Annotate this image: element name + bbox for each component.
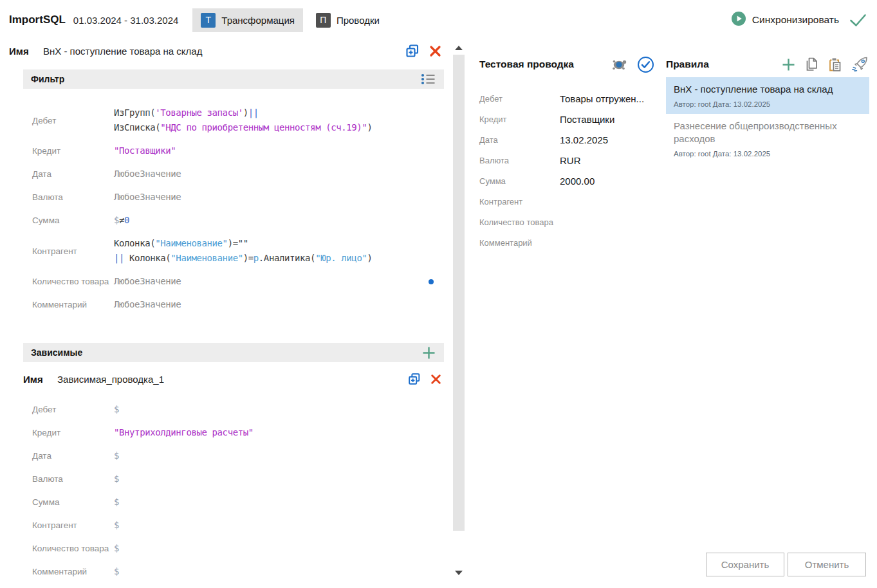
dependent-name-input[interactable]: Зависимая_проводка_1	[57, 374, 407, 385]
field-value[interactable]: $	[114, 564, 119, 579]
add-rule-icon[interactable]	[781, 57, 796, 72]
field-value[interactable]: ЛюбоеЗначение	[114, 274, 181, 289]
field-value[interactable]: $≠0	[114, 213, 129, 228]
tab-postings[interactable]: П Проводки	[308, 8, 388, 32]
filter-title: Фильтр	[31, 74, 420, 84]
test-field-row: Дебет Товары отгружен...	[479, 91, 654, 106]
filter-field-row: Контрагент Колонка("Наименование")=""|| …	[32, 236, 444, 266]
field-value[interactable]: $	[114, 495, 119, 510]
field-value[interactable]: ЛюбоеЗначение	[114, 167, 181, 181]
test-field-row: Валюта RUR	[479, 153, 654, 167]
filter-section: Фильтр Дебет ИзГрупп('Товарные запасы')|…	[23, 69, 444, 579]
field-value[interactable]: ЛюбоеЗначение	[114, 190, 181, 205]
field-label: Сумма	[32, 216, 114, 225]
dependent-name-actions	[407, 372, 444, 386]
field-value[interactable]: $	[114, 448, 119, 463]
field-label: Дата	[32, 451, 114, 461]
modified-marker-dot	[429, 279, 434, 284]
filter-field-row: Комментарий ЛюбоеЗначение	[32, 297, 444, 312]
field-value[interactable]: Колонка("Наименование")=""|| Колонка("На…	[114, 236, 372, 266]
scroll-down-icon[interactable]	[455, 571, 463, 575]
field-label: Контрагент	[32, 246, 114, 256]
field-value[interactable]: Товары отгружен...	[560, 93, 644, 104]
copy-icon[interactable]	[804, 57, 819, 72]
field-label: Количество товара	[479, 217, 560, 227]
rule-item-meta: Автор: root Дата: 13.02.2025	[674, 150, 862, 158]
delete-rule-icon[interactable]	[429, 45, 441, 57]
app-title: ImportSQL	[9, 14, 66, 26]
synchronize-button[interactable]: Синхронизировать	[731, 11, 839, 29]
footer-actions: Сохранить Отменить	[706, 553, 866, 576]
field-label: Валюта	[32, 474, 114, 484]
rules-header: Правила	[666, 55, 869, 73]
rule-name-label: Имя	[9, 46, 43, 57]
filter-fields: Дебет ИзГрупп('Товарные запасы')||ИзСпис…	[23, 89, 444, 312]
field-value[interactable]: 13.02.2025	[560, 134, 608, 145]
rule-editor-panel: Имя ВнХ - поступление товара на склад Фи…	[9, 40, 444, 587]
field-label: Кредит	[479, 115, 560, 124]
apply-checkmark-icon[interactable]	[849, 14, 867, 27]
field-value[interactable]: "Внутрихолдинговые расчеты"	[114, 425, 254, 440]
main-tabs: Т Трансформация П Проводки	[192, 8, 388, 32]
turtle-icon[interactable]	[611, 57, 629, 72]
duplicate-icon[interactable]	[407, 372, 421, 386]
field-value[interactable]: $	[114, 472, 119, 486]
test-field-row: Кредит Поставщики	[479, 112, 654, 126]
rocket-icon[interactable]	[851, 56, 869, 73]
tab-postings-label: Проводки	[337, 15, 380, 26]
field-value[interactable]: "Поставщики"	[114, 143, 176, 158]
field-value[interactable]: $	[114, 541, 119, 556]
dependent-field-row: Сумма $	[32, 495, 444, 510]
test-field-row: Комментарий	[479, 235, 654, 250]
dependents-section-header: Зависимые	[23, 343, 444, 362]
dependent-field-row: Дебет $	[32, 402, 444, 417]
save-button[interactable]: Сохранить	[706, 553, 784, 576]
delete-dependent-icon[interactable]	[430, 374, 441, 385]
field-label: Дата	[32, 169, 114, 179]
cancel-button[interactable]: Отменить	[788, 553, 866, 576]
dependents-title: Зависимые	[31, 347, 421, 358]
period-selector[interactable]: 01.03.2024 - 31.03.2024	[73, 15, 178, 26]
test-transaction-panel: Тестовая проводка Дебет Товары отгружен.…	[479, 55, 654, 256]
add-dependent-icon[interactable]	[421, 345, 436, 360]
dependent-field-row: Количество товара $	[32, 541, 444, 556]
test-field-row: Контрагент	[479, 194, 654, 208]
rule-list-item[interactable]: Разнесение общепроизводственных расходов…	[666, 114, 869, 163]
tab-transformation[interactable]: Т Трансформация	[192, 8, 303, 32]
vertical-scrollbar[interactable]	[452, 40, 466, 588]
topbar-actions: Синхронизировать	[731, 11, 867, 29]
field-label: Валюта	[32, 192, 114, 202]
test-field-row: Сумма 2000.00	[479, 174, 654, 188]
field-value[interactable]: ЛюбоеЗначение	[114, 297, 181, 312]
field-value[interactable]: $	[114, 518, 119, 533]
field-value[interactable]: Поставщики	[560, 114, 614, 125]
rule-name-row: Имя ВнХ - поступление товара на склад	[9, 40, 444, 62]
filter-field-row: Количество товара ЛюбоеЗначение	[32, 274, 444, 289]
dependent-fields: Дебет $ Кредит "Внутрихолдинговые расчет…	[23, 389, 444, 579]
transformation-tab-icon: Т	[201, 13, 216, 28]
paste-icon[interactable]	[827, 57, 842, 73]
rule-name-input[interactable]: ВнХ - поступление товара на склад	[43, 46, 405, 57]
check-circle-icon[interactable]	[637, 56, 654, 73]
field-label: Дебет	[32, 405, 114, 414]
field-label: Кредит	[32, 146, 114, 156]
field-value[interactable]: ИзГрупп('Товарные запасы')||ИзСписка("НД…	[114, 106, 372, 135]
test-transaction-actions	[611, 56, 654, 73]
dependent-field-row: Валюта $	[32, 472, 444, 486]
scrollbar-thumb[interactable]	[453, 55, 465, 531]
filter-list-icon[interactable]	[420, 73, 436, 86]
rule-name-actions	[405, 43, 444, 59]
field-value[interactable]: RUR	[560, 155, 581, 166]
field-value[interactable]: $	[114, 402, 119, 417]
scroll-up-icon[interactable]	[455, 46, 463, 50]
filter-field-row: Сумма $≠0	[32, 213, 444, 228]
top-bar: ImportSQL 01.03.2024 - 31.03.2024 Т Тран…	[0, 0, 877, 40]
duplicate-icon[interactable]	[405, 43, 420, 59]
field-label: Дебет	[32, 116, 114, 125]
field-value[interactable]: 2000.00	[560, 176, 595, 187]
field-label: Комментарий	[32, 567, 114, 576]
dependent-field-row: Комментарий $	[32, 564, 444, 579]
filter-field-row: Дебет ИзГрупп('Товарные запасы')||ИзСпис…	[32, 106, 444, 135]
rule-list-item[interactable]: ВнХ - поступление товара на склад Автор:…	[666, 77, 869, 114]
dependent-field-row: Контрагент $	[32, 518, 444, 533]
